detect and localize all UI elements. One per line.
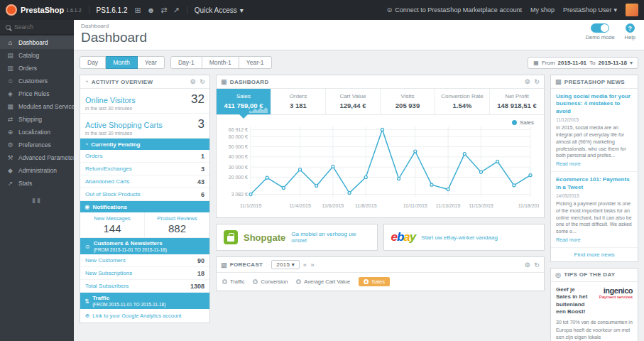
chevron-down-icon: ▾ xyxy=(613,6,617,13)
shopgate-ad[interactable]: Shopgate Ga mobiel en verhoog uw omzet xyxy=(216,224,378,251)
kpi-cart-value[interactable]: Cart Value 129,44 € xyxy=(326,89,381,114)
forecast-legend-conversion[interactable]: Conversion xyxy=(253,278,288,285)
help-icon[interactable]: ? xyxy=(626,23,635,33)
article-title-link[interactable]: Ecommerce 101: Payments in a Tweet xyxy=(556,176,633,191)
shop-name-link[interactable]: PS1.6.1.2 xyxy=(89,6,128,14)
refresh-icon[interactable]: ↻ xyxy=(534,78,540,85)
ebay-link[interactable]: Start uw eBay-winkel vandaag xyxy=(421,234,498,241)
gear-icon: ⚙ xyxy=(6,141,14,148)
sidebar-item-shipping[interactable]: ⇄Shipping xyxy=(0,113,74,126)
customer-icon[interactable]: ☻ xyxy=(147,6,155,15)
shipping-icon[interactable]: ⇄ xyxy=(160,6,167,15)
read-more-link[interactable]: Read more xyxy=(556,161,581,166)
prestashop-admin: PrestaShop 1.6.1.2 PS1.6.1.2 ⊞ ☻ ⇄ ↗ Qui… xyxy=(0,0,644,341)
search-input[interactable] xyxy=(14,23,64,31)
prestashop-logo[interactable]: PrestaShop 1.6.1.2 xyxy=(6,4,82,16)
screen-icon: ▣ xyxy=(221,78,227,85)
sidebar-item-advanced-parameters[interactable]: ⚒Advanced Parameters xyxy=(0,151,74,164)
sidebar: ⌂Dashboard ▤Catalog ▥Orders ☺Customers ◈… xyxy=(0,20,74,341)
sidebar-item-preferences[interactable]: ⚙Preferences xyxy=(0,139,74,151)
user-menu[interactable]: PrestaShop User ▾ xyxy=(563,6,617,13)
sales-chart-area: Sales 66 912 €60 000 €50 000 €40 000 €30… xyxy=(217,115,544,217)
gear-icon[interactable]: ⚙ xyxy=(525,261,530,269)
tips-content: Geef je Sales in het buitenland een Boos… xyxy=(551,282,638,341)
forecast-legend-sales[interactable]: Sales xyxy=(359,277,390,286)
new-subscriptions-row[interactable]: New Subscriptions 18 xyxy=(80,267,209,280)
sidebar-item-customers[interactable]: ☺Customers xyxy=(0,75,74,87)
forecast-year-select[interactable]: 2015 ▾ xyxy=(271,260,300,269)
find-more-news-link[interactable]: Find more news xyxy=(551,248,638,261)
active-carts-link[interactable]: Active Shopping Carts xyxy=(85,121,198,129)
kpi-orders[interactable]: Orders 3 181 xyxy=(271,89,326,114)
article-title-link[interactable]: Using social media for your business: 4 … xyxy=(556,93,633,115)
pending-orders-row[interactable]: Orders 1 xyxy=(80,150,209,163)
sidebar-search[interactable] xyxy=(0,20,74,35)
avatar[interactable] xyxy=(626,4,638,16)
sidebar-item-dashboard[interactable]: ⌂Dashboard xyxy=(0,36,74,49)
sidebar-item-catalog[interactable]: ▤Catalog xyxy=(0,49,74,62)
sidebar-item-orders[interactable]: ▥Orders xyxy=(0,62,74,75)
panel-title: TIPS OF THE DAY xyxy=(564,271,615,278)
header-controls: Demo mode ? Help xyxy=(586,23,635,40)
refresh-icon[interactable]: ↻ xyxy=(200,78,205,85)
dashboard-column: ▣ DASHBOARD ⚙ ↻ Sales 411 759,00 € xyxy=(216,75,545,297)
cart-icon[interactable]: ⊞ xyxy=(134,6,141,15)
launch-icon[interactable]: ↗ xyxy=(173,6,180,15)
sidebar-item-modules[interactable]: ▦Modules and Services xyxy=(0,100,74,113)
previous-year-button[interactable]: « xyxy=(303,261,307,269)
date-to-label: To xyxy=(589,60,595,66)
product-reviews-cell[interactable]: Product Reviews 882 xyxy=(145,212,209,237)
svg-text:30 000 €: 30 000 € xyxy=(229,165,248,170)
demo-mode-label: Demo mode xyxy=(586,34,615,40)
out-of-stock-row[interactable]: Out of Stock Products 6 xyxy=(80,188,209,201)
kpi-net-profit[interactable]: Net Profit 148 918,51 € xyxy=(490,89,544,114)
svg-text:40 000 €: 40 000 € xyxy=(229,154,248,159)
filter-row: Day Month Year Day-1 Month-1 Year-1 ▦ Fr… xyxy=(80,56,638,69)
legend-circle-icon xyxy=(296,279,301,284)
new-messages-cell[interactable]: New Messages 144 xyxy=(80,212,145,237)
kpi-sales[interactable]: Sales 411 759,00 € xyxy=(217,89,271,114)
ebay-ad[interactable]: ebay Start uw eBay-winkel vandaag xyxy=(383,224,545,251)
online-visitors-link[interactable]: Online Visitors xyxy=(85,96,191,104)
sidebar-item-administration[interactable]: ◆Administration xyxy=(0,164,74,177)
shopgate-link[interactable]: Ga mobiel en verhoog uw omzet xyxy=(291,231,369,244)
filter-day-button[interactable]: Day xyxy=(80,56,106,69)
quick-access-menu[interactable]: Quick Access ▾ xyxy=(187,6,244,14)
gear-icon[interactable]: ⚙ xyxy=(525,78,530,85)
read-more-link[interactable]: Read more xyxy=(556,237,581,242)
refresh-icon[interactable]: ↻ xyxy=(534,261,540,269)
sidebar-item-label: Modules and Services xyxy=(18,103,74,110)
activity-overview-panel: ◔ ACTIVITY OVERVIEW ⚙ ↻ Online Visitors … xyxy=(80,75,210,323)
filter-day-1-button[interactable]: Day-1 xyxy=(170,56,202,69)
forecast-legend-traffic[interactable]: Traffic xyxy=(222,278,244,285)
calendar-icon: ▦ xyxy=(533,60,539,66)
my-shop-link[interactable]: My shop xyxy=(530,6,555,13)
sales-line-chart: 66 912 €60 000 €50 000 €40 000 €30 000 €… xyxy=(218,121,539,215)
topbar-shortcut-icons: ⊞ ☻ ⇄ ↗ xyxy=(134,6,179,15)
sidebar-item-stats[interactable]: ↗Stats xyxy=(0,177,74,190)
kpi-visits[interactable]: Visits 205 939 xyxy=(381,89,435,114)
kpi-conversion-rate[interactable]: Conversion Rate 1.54% xyxy=(435,89,490,114)
filter-month-1-button[interactable]: Month-1 xyxy=(202,56,239,69)
date-range-picker[interactable]: ▦ From 2015-11-01 To 2015-11-18 ▾ xyxy=(528,57,638,69)
new-customers-row[interactable]: New Customers 90 xyxy=(80,254,209,267)
abandoned-carts-row[interactable]: Abandoned Carts 43 xyxy=(80,175,209,188)
demo-mode-toggle[interactable] xyxy=(591,23,609,33)
topbar: PrestaShop 1.6.1.2 PS1.6.1.2 ⊞ ☻ ⇄ ↗ Qui… xyxy=(0,0,644,20)
page-header: Dashboard Dashboard Demo mode ? Help xyxy=(74,20,644,50)
active-carts-stat: Active Shopping Carts 3 in the last 30 m… xyxy=(80,114,209,139)
sidebar-item-price-rules[interactable]: ◈Price Rules xyxy=(0,87,74,100)
gear-icon[interactable]: ⚙ xyxy=(190,78,196,85)
forecast-legend-average-cart-value[interactable]: Average Cart Value xyxy=(296,278,350,285)
filter-month-button[interactable]: Month xyxy=(106,56,138,69)
pending-returns-row[interactable]: Return/Exchanges 3 xyxy=(80,163,209,175)
marketplace-link[interactable]: ⊙ Connect to PrestaShop Marketplace acco… xyxy=(387,6,522,13)
next-year-button[interactable]: » xyxy=(310,261,314,269)
filter-year-button[interactable]: Year xyxy=(138,56,165,69)
google-analytics-link[interactable]: ⊕ Link to your Google Analytics account xyxy=(80,309,209,323)
collapse-menu-button[interactable]: ▮▮ xyxy=(0,190,74,211)
breadcrumb[interactable]: Dashboard xyxy=(81,23,637,29)
sidebar-item-localization[interactable]: ⊕Localization xyxy=(0,126,74,139)
total-subscribers-row[interactable]: Total Subscribers 1308 xyxy=(80,280,209,293)
filter-year-1-button[interactable]: Year-1 xyxy=(239,56,272,69)
